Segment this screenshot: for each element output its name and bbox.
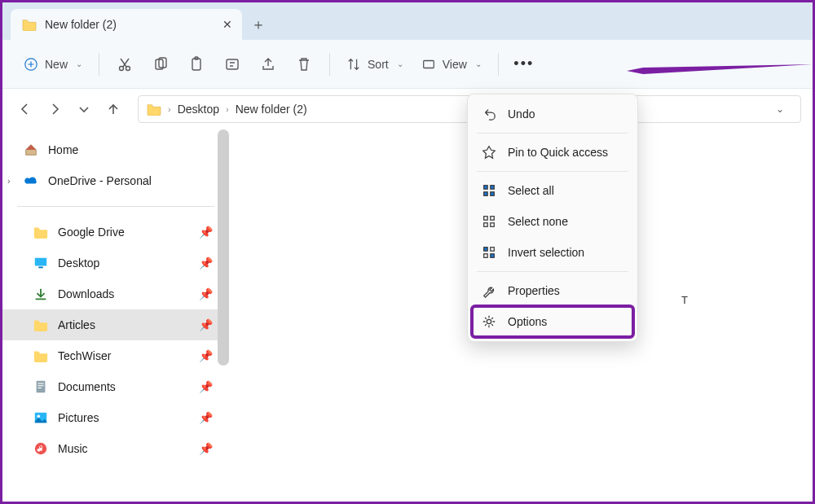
expand-icon[interactable]: ›: [7, 176, 11, 186]
breadcrumb-parent[interactable]: Desktop: [178, 103, 219, 116]
menu-invert-selection[interactable]: Invert selection: [472, 237, 633, 268]
share-icon: [260, 56, 276, 72]
svg-point-2: [126, 66, 130, 70]
sidebar-item-techwiser[interactable]: TechWiser 📌: [2, 340, 229, 371]
menu-undo[interactable]: Undo: [472, 99, 633, 129]
menu-label: Properties: [508, 284, 560, 297]
sidebar-item-label: Music: [58, 442, 88, 455]
pin-icon: 📌: [199, 256, 213, 270]
recent-button[interactable]: [73, 98, 95, 121]
menu-label: Pin to Quick access: [508, 146, 608, 159]
cloud-icon: [24, 173, 38, 188]
svg-rect-8: [423, 60, 434, 68]
svg-point-30: [487, 319, 491, 323]
menu-options[interactable]: Options: [472, 306, 633, 337]
scrollbar[interactable]: [218, 129, 229, 366]
cut-button[interactable]: [109, 50, 140, 79]
clipboard-icon: [188, 56, 205, 72]
paste-button[interactable]: [181, 50, 212, 79]
separator: [99, 53, 99, 76]
copy-button[interactable]: [145, 50, 176, 79]
menu-label: Select all: [508, 184, 554, 197]
svg-rect-24: [484, 223, 488, 227]
sidebar-item-articles[interactable]: Articles 📌: [2, 309, 229, 340]
sidebar-label: OneDrive - Personal: [48, 174, 152, 187]
download-icon: [33, 287, 48, 301]
sidebar-item-pictures[interactable]: Pictures 📌: [2, 402, 229, 433]
menu-pin-quick-access[interactable]: Pin to Quick access: [472, 137, 633, 168]
folder-icon: [33, 348, 48, 363]
pin-icon: 📌: [199, 287, 213, 300]
sidebar-item-desktop[interactable]: Desktop 📌: [2, 248, 229, 278]
wrench-icon: [482, 283, 496, 298]
up-button[interactable]: [102, 98, 125, 121]
chevron-down-icon: ⌄: [76, 59, 82, 68]
scissors-icon: [117, 56, 133, 72]
document-icon: [33, 379, 48, 394]
share-button[interactable]: [253, 50, 284, 79]
sidebar-item-label: Desktop: [58, 256, 99, 270]
sidebar-item-label: Downloads: [58, 287, 114, 300]
sidebar-label: Home: [48, 143, 78, 156]
select-all-icon: [482, 183, 496, 198]
sidebar-home[interactable]: Home: [2, 134, 229, 165]
divider: [17, 206, 214, 207]
trash-icon: [296, 56, 312, 72]
svg-point-1: [120, 66, 124, 70]
plus-circle-icon: [24, 57, 38, 72]
view-button[interactable]: View ⌄: [415, 50, 488, 79]
sidebar-onedrive[interactable]: › OneDrive - Personal: [2, 165, 229, 196]
tab-active[interactable]: New folder (2) ✕: [11, 9, 242, 40]
svg-rect-11: [37, 381, 46, 392]
pin-icon: 📌: [199, 411, 213, 424]
sort-button[interactable]: Sort ⌄: [340, 50, 410, 79]
menu-select-none[interactable]: Select none: [472, 206, 633, 237]
close-icon[interactable]: ✕: [222, 18, 232, 31]
content-text: T: [681, 294, 688, 306]
more-button[interactable]: •••: [509, 50, 540, 79]
sidebar-item-downloads[interactable]: Downloads 📌: [2, 278, 229, 309]
new-label: New: [45, 58, 68, 71]
bc-sep-icon: ›: [168, 104, 171, 114]
forward-button[interactable]: [43, 98, 66, 121]
tab-bar: New folder (2) ✕ ＋: [2, 2, 813, 40]
back-button[interactable]: [14, 98, 37, 121]
new-tab-button[interactable]: ＋: [242, 9, 275, 40]
sidebar-item-google-drive[interactable]: Google Drive 📌: [2, 217, 229, 248]
address-expand-icon[interactable]: ⌄: [768, 103, 792, 115]
sidebar-item-music[interactable]: Music 📌: [2, 433, 229, 464]
menu-properties[interactable]: Properties: [472, 275, 633, 306]
sort-label: Sort: [368, 58, 389, 71]
delete-button[interactable]: [289, 50, 319, 79]
svg-point-16: [37, 414, 41, 418]
menu-select-all[interactable]: Select all: [472, 175, 633, 206]
tab-title: New folder (2): [45, 18, 117, 31]
menu-separator: [477, 133, 628, 134]
address-row: › Desktop › New folder (2) ⌄: [2, 89, 813, 129]
new-button[interactable]: New ⌄: [17, 50, 89, 79]
svg-rect-28: [484, 254, 488, 258]
folder-icon: [33, 318, 48, 332]
copy-icon: [152, 56, 169, 72]
svg-rect-26: [484, 248, 488, 252]
sort-icon: [346, 57, 361, 72]
desktop-icon: [33, 256, 48, 270]
gear-icon: [482, 314, 496, 329]
pin-icon: 📌: [199, 442, 213, 455]
sidebar-item-documents[interactable]: Documents 📌: [2, 371, 229, 402]
folder-icon: [22, 18, 37, 31]
home-icon: [24, 142, 38, 157]
svg-rect-29: [491, 254, 495, 258]
sidebar-item-label: Documents: [58, 380, 116, 393]
rename-button[interactable]: [217, 50, 248, 79]
svg-rect-19: [491, 186, 495, 190]
view-label: View: [443, 58, 467, 71]
sidebar-item-label: Google Drive: [58, 226, 125, 239]
context-menu: Undo Pin to Quick access Select all Sele…: [467, 94, 638, 342]
breadcrumb-current[interactable]: New folder (2): [236, 103, 307, 116]
chevron-down-icon: ⌄: [475, 59, 482, 68]
svg-rect-9: [35, 258, 46, 266]
menu-label: Options: [508, 315, 547, 328]
chevron-down-icon: ⌄: [397, 59, 403, 68]
menu-label: Select none: [508, 215, 568, 228]
